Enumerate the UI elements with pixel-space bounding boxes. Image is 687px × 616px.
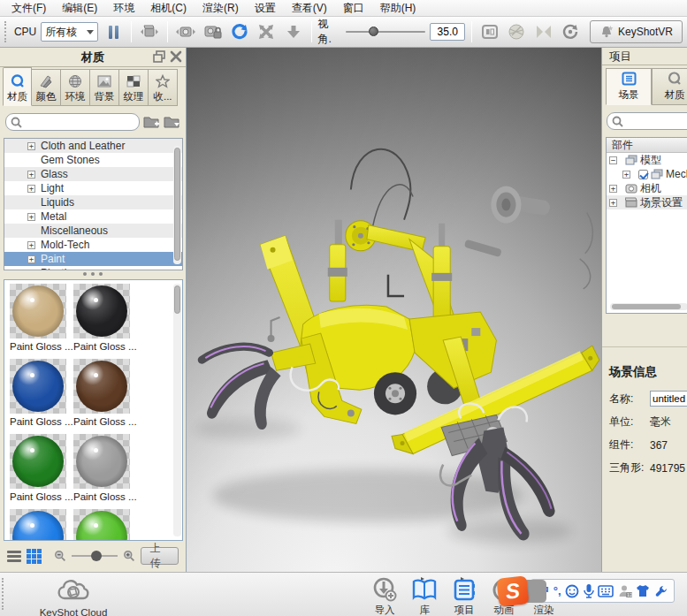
material-thumbnail[interactable] [73,509,130,541]
panel-splitter[interactable] [0,272,186,276]
library-search-box[interactable] [5,113,140,131]
tab-materials[interactable]: 材质 [3,67,32,106]
menu-item-help[interactable]: 帮助(H) [372,0,424,17]
menu-item-camera[interactable]: 相机(C) [142,0,195,17]
material-thumbnail[interactable]: Paint Gloss ... [10,284,66,352]
tree-item-cameras[interactable]: + 相机 [607,181,687,195]
expander[interactable]: + [27,142,35,150]
menu-item-file[interactable]: 文件(F) [4,0,54,17]
floating-hub-part[interactable] [491,186,551,224]
add-folder-icon[interactable] [143,115,160,129]
tshirt-icon[interactable] [636,584,650,597]
project-search-box[interactable] [607,112,687,130]
menu-item-environment[interactable]: 环境 [105,0,142,17]
tree-item-paint[interactable]: +Paint [4,252,182,266]
pause-realtime-button[interactable] [103,20,125,43]
statusbar-grip[interactable] [2,578,5,610]
floating-bar-part[interactable] [464,240,502,257]
tree-item-mech[interactable]: + Mech... [607,167,687,181]
material-sphere-button[interactable] [506,20,528,43]
emoji-icon[interactable] [565,584,579,598]
expander[interactable]: + [609,199,617,207]
menu-item-render[interactable]: 渲染(R) [195,0,247,17]
render-animation-button[interactable] [138,20,160,43]
material-thumbnail[interactable]: Paint Gloss ... [73,434,130,502]
fov-input[interactable] [430,23,465,41]
project-search-input[interactable] [623,114,687,128]
tree-item-cloth-and-leather[interactable]: +Cloth and Leather [4,139,182,153]
fov-slider[interactable] [346,23,425,41]
expander[interactable]: + [622,171,630,179]
grid-view-button[interactable] [27,549,42,564]
cpu-cores-select[interactable]: 所有核 [41,22,98,42]
material-thumbnail[interactable] [10,509,66,541]
tab-scene[interactable]: 场景 [606,68,652,105]
tab-backplates[interactable]: 背景 [90,69,119,106]
menu-item-view[interactable]: 查看(V) [284,0,335,17]
slider-knob[interactable] [91,551,102,561]
expander[interactable]: + [27,185,35,193]
camera-lock-button[interactable] [202,20,224,43]
wheel[interactable] [374,372,416,414]
geometry-view-button[interactable] [532,20,554,43]
tree-scrollbar[interactable] [173,146,181,264]
scene-tree-hscrollbar[interactable] [610,303,687,310]
folder-menu-icon[interactable] [164,115,180,129]
realtime-viewport[interactable] [187,48,601,572]
tab-textures[interactable]: 纹理 [119,69,149,106]
slider-knob[interactable] [369,27,378,36]
tree-item-light[interactable]: +Light [4,181,182,195]
float-window-icon[interactable] [153,50,166,63]
expander[interactable]: − [609,156,617,164]
expander[interactable]: + [27,270,35,271]
tab-favorites[interactable]: 收... [149,69,178,106]
expander[interactable]: + [27,241,35,249]
tab-material[interactable]: 材质 [652,68,687,105]
library-search-input[interactable] [22,115,134,129]
render-options-button[interactable] [560,20,582,43]
sogou-logo[interactable]: S [496,575,529,606]
scrollbar-thumb[interactable] [174,148,180,261]
scrollbar-thumb[interactable] [612,304,681,309]
model-render[interactable] [187,48,601,572]
expander[interactable]: + [609,185,617,193]
fit-view-button[interactable] [256,20,278,43]
material-thumbnail[interactable]: Paint Gloss ... [73,284,130,352]
move-down-button[interactable] [282,20,304,43]
tab-colors[interactable]: 颜色 [32,69,61,106]
list-view-button[interactable] [7,549,21,564]
upload-button[interactable]: 上传 [141,547,179,565]
ime-punctuation-toggle[interactable]: °, [553,584,561,597]
project-button[interactable]: 项目 [449,576,479,616]
visibility-checkbox[interactable] [638,170,648,179]
close-icon[interactable] [170,50,182,63]
scrollbar-thumb[interactable] [174,285,180,314]
expander[interactable]: + [27,255,35,263]
expander[interactable]: + [27,213,35,221]
zoom-in-icon[interactable] [123,549,135,563]
tree-item-model[interactable]: − 模型 [607,153,687,167]
keyshot-cloud-button[interactable]: KeyShot Cloud [25,576,122,616]
menu-item-edit[interactable]: 编辑(E) [54,0,105,17]
tab-environments[interactable]: 环境 [61,69,90,106]
toolbar-grip[interactable] [4,21,8,42]
thumbnails-scrollbar[interactable] [173,284,181,536]
realtime-refresh-button[interactable] [228,20,250,43]
tree-item-metal[interactable]: +Metal [4,209,182,224]
wrench-icon[interactable] [654,584,668,598]
tree-item-gem-stones[interactable]: Gem Stones [4,153,182,167]
import-button[interactable]: 导入 [370,576,400,616]
keyboard-icon[interactable] [598,585,614,597]
camera-snapshot-button[interactable] [174,20,197,43]
user-skin-icon[interactable]: 12 [618,584,632,598]
tree-item-scene-settings[interactable]: + 场景设置 [607,195,687,209]
scene-name-input[interactable] [650,391,687,407]
material-thumbnail[interactable]: Paint Gloss ... [10,434,66,502]
menu-item-window[interactable]: 窗口 [335,0,372,17]
microphone-icon[interactable] [584,583,594,598]
tree-item-mold-tech[interactable]: +Mold-Tech [4,238,182,252]
tree-item-miscellaneous[interactable]: Miscellaneous [4,224,182,238]
expander[interactable]: + [27,171,35,179]
tree-item-liquids[interactable]: Liquids [4,195,182,209]
tree-item-plastic[interactable]: +Plastic [4,266,182,270]
